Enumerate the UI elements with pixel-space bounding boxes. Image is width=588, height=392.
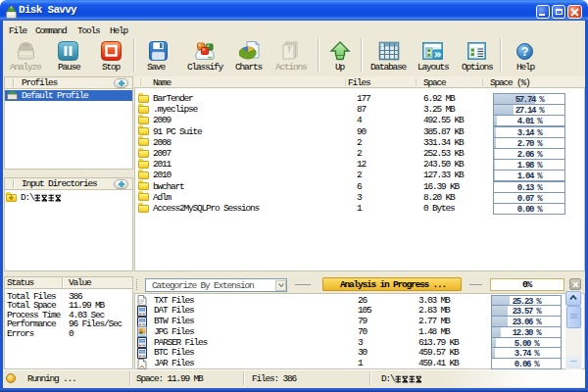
svg-text:?: ?	[521, 45, 529, 59]
